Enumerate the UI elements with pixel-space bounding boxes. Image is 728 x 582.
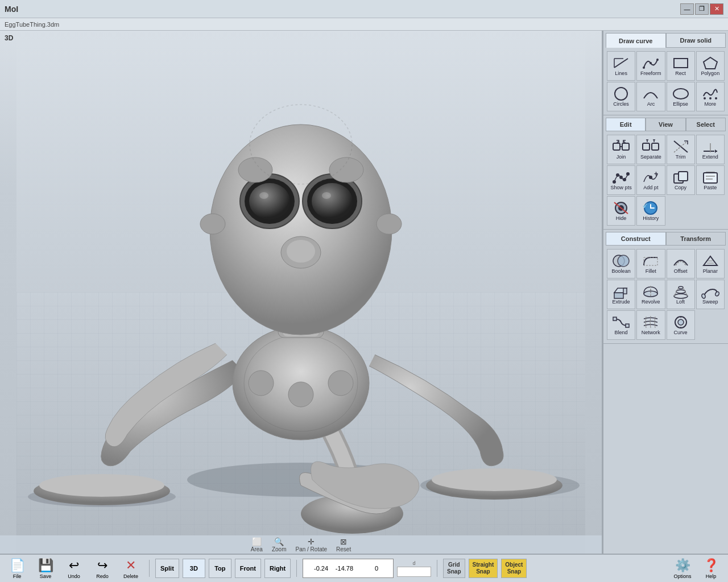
pan-rotate-tool[interactable]: ✛ Pan / Rotate: [295, 537, 327, 552]
tool-separate[interactable]: Separate: [636, 135, 665, 164]
svg-point-40: [656, 59, 659, 61]
tool-ellipse[interactable]: Ellipse: [667, 82, 695, 111]
tool-extrude[interactable]: Extrude: [607, 280, 635, 309]
close-btn[interactable]: ✕: [710, 3, 723, 15]
area-tool[interactable]: ⬜ Area: [251, 537, 263, 552]
tool-hide[interactable]: Hide: [607, 196, 635, 226]
tool-boolean[interactable]: Boolean: [607, 249, 635, 278]
tool-arc[interactable]: Arc: [636, 82, 665, 111]
viewport[interactable]: 3D: [0, 31, 603, 554]
d-input-group: d: [397, 560, 431, 577]
file-btn-new[interactable]: 📄 File: [5, 556, 30, 581]
grid-snap-label: Grid Snap: [447, 562, 461, 575]
transform-tab[interactable]: Transform: [666, 232, 726, 246]
svg-rect-49: [622, 143, 629, 150]
svg-point-64: [616, 173, 619, 177]
select-tab[interactable]: Select: [686, 118, 726, 131]
svg-point-34: [328, 371, 353, 396]
tool-circles[interactable]: Circles: [607, 82, 635, 111]
separator-3: [437, 560, 437, 577]
svg-rect-41: [674, 59, 688, 68]
svg-point-92: [679, 286, 683, 289]
curve-tool-grid: Lines Freeform: [606, 50, 726, 113]
zoom-tool[interactable]: 🔍 Zoom: [272, 537, 287, 552]
tool-join[interactable]: Join: [607, 135, 635, 164]
titlebar: MoI — ❐ ✕: [0, 0, 728, 18]
svg-point-19: [249, 183, 290, 219]
tool-polygon[interactable]: Polygon: [696, 51, 725, 81]
file-btn-undo[interactable]: ↩ Undo: [61, 556, 86, 581]
svg-point-39: [650, 62, 652, 64]
coord-display: -0.24 -14.78 0: [303, 559, 394, 578]
tool-history[interactable]: History: [636, 196, 665, 226]
app-title: MoI: [5, 5, 18, 14]
view-front-btn[interactable]: Front: [235, 559, 261, 578]
filename: EggTubeThing.3dm: [5, 21, 59, 28]
tool-more-curves[interactable]: More: [696, 82, 725, 111]
win-controls: — ❐ ✕: [680, 3, 723, 15]
straight-snap-btn[interactable]: Straight Snap: [469, 559, 498, 578]
reset-tool[interactable]: ⊠ Reset: [336, 537, 351, 552]
edit-tool-grid: Join Separate: [606, 134, 726, 227]
z-value: 0: [355, 565, 378, 572]
tool-extend[interactable]: Extend: [696, 135, 725, 164]
svg-point-30: [377, 214, 402, 234]
right-panel: Draw curve Draw solid Lines: [603, 31, 728, 554]
file-btn-save[interactable]: 💾 Save: [33, 556, 58, 581]
edit-tab[interactable]: Edit: [606, 118, 646, 131]
construct-section: Construct Transform Boolean: [603, 230, 728, 344]
object-snap-btn[interactable]: Object Snap: [501, 559, 527, 578]
file-btn-delete[interactable]: ✕ Delete: [118, 556, 143, 581]
tool-loft[interactable]: Loft: [667, 280, 695, 309]
grid-snap-btn[interactable]: Grid Snap: [443, 559, 465, 578]
tool-fillet[interactable]: Fillet: [636, 249, 665, 278]
separator-2: [296, 560, 297, 577]
view-right-btn[interactable]: Right: [264, 559, 291, 578]
d-input[interactable]: [397, 567, 431, 577]
separator-1: [149, 560, 150, 577]
svg-rect-48: [613, 143, 620, 150]
y-value: -14.78: [330, 565, 353, 572]
tool-offset[interactable]: Offset: [667, 249, 695, 278]
options-btn[interactable]: ⚙️ Options: [670, 556, 695, 581]
tool-rect[interactable]: Rect: [667, 51, 695, 81]
svg-point-100: [678, 319, 684, 325]
tool-add-pt[interactable]: + Add pt: [636, 165, 665, 195]
tool-curve[interactable]: Curve: [667, 310, 695, 340]
tool-blend[interactable]: Blend: [607, 310, 635, 340]
tool-network[interactable]: Network: [636, 310, 665, 340]
view-3d-btn[interactable]: 3D: [183, 559, 205, 578]
tool-trim[interactable]: Trim: [667, 135, 695, 164]
tool-revolve[interactable]: Revolve: [636, 280, 665, 309]
svg-point-46: [709, 97, 712, 99]
restore-btn[interactable]: ❐: [695, 3, 709, 15]
svg-rect-98: [626, 324, 629, 327]
construct-tab[interactable]: Construct: [606, 232, 666, 246]
tool-planar[interactable]: Planar: [696, 249, 725, 278]
draw-solid-tab[interactable]: Draw solid: [666, 33, 726, 48]
svg-point-20: [259, 192, 268, 199]
draw-section: Draw curve Draw solid Lines: [603, 31, 728, 115]
tool-sweep[interactable]: Sweep: [696, 280, 725, 309]
tool-paste[interactable]: Paste: [696, 165, 725, 195]
svg-point-8: [39, 474, 164, 497]
tool-show-pts[interactable]: Show pts: [607, 165, 635, 195]
view-tab[interactable]: View: [646, 118, 685, 131]
viewport-tools: ⬜ Area 🔍 Zoom ✛ Pan / Rotate ⊠ Reset: [0, 535, 602, 554]
svg-point-65: [623, 178, 626, 181]
tool-freeform[interactable]: Freeform: [636, 51, 665, 81]
filebar: EggTubeThing.3dm: [0, 18, 728, 31]
help-btn[interactable]: ❓ Help: [698, 556, 723, 581]
file-btn-redo[interactable]: ↪ Redo: [90, 556, 115, 581]
svg-marker-42: [704, 57, 717, 69]
split-btn[interactable]: Split: [155, 559, 179, 578]
minimize-btn[interactable]: —: [680, 3, 694, 15]
tool-lines[interactable]: Lines: [607, 51, 635, 81]
tool-copy[interactable]: Copy: [667, 165, 695, 195]
svg-point-45: [704, 97, 706, 99]
draw-curve-tab[interactable]: Draw curve: [606, 33, 666, 48]
svg-point-10: [432, 468, 557, 491]
view-top-btn[interactable]: Top: [209, 559, 231, 578]
svg-rect-97: [613, 317, 617, 321]
svg-point-96: [714, 291, 719, 297]
